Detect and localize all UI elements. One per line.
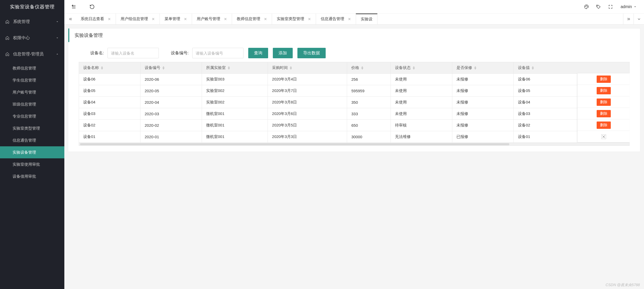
device-code-input[interactable] (192, 48, 244, 58)
add-button[interactable]: 添加 (273, 48, 293, 58)
column-header[interactable]: 所属实验室 (202, 62, 268, 74)
tab[interactable]: 系统日志查看✕ (76, 14, 116, 24)
tab-label: 系统日志查看 (81, 16, 104, 21)
sort-icon[interactable] (532, 66, 534, 70)
sort-icon[interactable] (361, 66, 363, 70)
svg-point-3 (597, 5, 598, 6)
column-header[interactable]: 采购时间 (268, 62, 347, 74)
column-label: 价格 (351, 65, 359, 70)
column-label: 所属实验室 (206, 65, 226, 70)
tab[interactable]: 实验室类型管理✕ (272, 14, 316, 24)
tab[interactable]: 用户组信息管理✕ (116, 14, 160, 24)
export-button[interactable]: 导出数据 (297, 48, 326, 58)
app-root: 实验室设备仪器管理 系统管理 权限中心 信息管理-管理员 教师信息管理学生信息管… (0, 0, 644, 289)
fixed-cell: 删除 (578, 73, 630, 85)
tab[interactable]: 菜单管理✕ (160, 14, 192, 24)
delete-button[interactable]: 删除 (597, 76, 611, 83)
sidebar-group-perm[interactable]: 权限中心 (0, 30, 64, 46)
fullscreen-button[interactable] (605, 2, 616, 12)
refresh-icon (89, 4, 95, 9)
tabs-dropdown[interactable] (634, 14, 644, 24)
tab-close-icon[interactable]: ✕ (184, 17, 187, 21)
sidebar-item[interactable]: 信息通告管理 (0, 134, 64, 146)
table-cell: 2020-05 (140, 85, 202, 97)
column-header[interactable]: 设备描 (514, 62, 630, 74)
sidebar-item[interactable]: 专业信息管理 (0, 110, 64, 122)
tab[interactable]: 实验设 (356, 14, 377, 24)
sidebar-item[interactable]: 学生信息管理 (0, 74, 64, 86)
sidebar-group-system[interactable]: 系统管理 (0, 14, 64, 30)
device-name-label: 设备名: (79, 50, 108, 56)
tab-close-icon[interactable]: ✕ (152, 17, 155, 21)
table-row: 设备022020-02微机室0012020年3月5日650待审核未报修设备02 (79, 120, 630, 131)
refresh-button[interactable] (87, 2, 97, 12)
sidebar-item[interactable]: 设备借用审批 (0, 170, 64, 182)
table-cell: 未使用 (391, 85, 452, 97)
table-cell: 设备05 (79, 85, 140, 97)
sidebar-item[interactable]: 实验设备管理 (0, 146, 64, 158)
device-name-input[interactable] (108, 48, 159, 58)
table-cell: 350 (347, 97, 391, 108)
delete-button[interactable]: 删除 (597, 99, 611, 106)
sort-icon[interactable] (162, 66, 165, 70)
delete-button[interactable]: 删除 (597, 110, 611, 117)
sidebar-item[interactable]: 教师信息管理 (0, 62, 64, 74)
table-cell: 595959 (347, 85, 391, 97)
tab[interactable]: 用户账号管理✕ (192, 14, 232, 24)
home-icon (5, 20, 9, 24)
column-header[interactable]: 设备状态 (391, 62, 452, 74)
query-button[interactable]: 查询 (248, 48, 268, 58)
tab-close-icon[interactable]: ✕ (308, 17, 311, 21)
table-cell: 实验室002 (202, 85, 268, 97)
user-menu[interactable]: admin (617, 4, 640, 9)
sidebar-group-info[interactable]: 信息管理-管理员 (0, 46, 64, 62)
table-cell: 未使用 (391, 97, 452, 108)
collapse-sidebar-button[interactable] (69, 2, 79, 12)
table-cell: 无法维修 (391, 131, 452, 143)
table-cell: 2020-02 (140, 120, 202, 131)
page-title: 实验设备管理 (68, 28, 640, 42)
table-cell: 2020年3月6日 (268, 108, 347, 120)
sidebar-item[interactable]: 实验室类型管理 (0, 122, 64, 134)
table-cell: 未报修 (452, 85, 514, 97)
column-label: 设备描 (518, 65, 530, 70)
table-cell: 微机室001 (202, 120, 268, 131)
sort-icon[interactable] (228, 66, 230, 70)
sort-icon[interactable] (290, 66, 292, 70)
column-header[interactable]: 是否保修 (452, 62, 514, 74)
tabs-scroll-left[interactable] (65, 14, 76, 24)
column-header[interactable]: 设备名称 (79, 62, 140, 74)
sort-icon[interactable] (474, 66, 476, 70)
sidebar-item[interactable]: 用户账号管理 (0, 86, 64, 98)
table-cell: 未报修 (452, 108, 514, 120)
broken-image-icon (601, 134, 606, 139)
tab-close-icon[interactable]: ✕ (264, 17, 267, 21)
table-wrap: 设备名称设备编号所属实验室采购时间价格设备状态是否保修设备描 设备062020-… (79, 62, 630, 146)
tab-close-icon[interactable]: ✕ (348, 17, 351, 21)
theme-button[interactable] (581, 2, 592, 12)
content: 实验设备管理 设备名: 设备编号: 查询 添加 导出数据 (64, 25, 644, 289)
sort-icon[interactable] (413, 66, 415, 70)
tabs-scroll-right[interactable] (623, 14, 634, 24)
column-label: 设备编号 (145, 65, 160, 70)
tab-close-icon[interactable]: ✕ (108, 17, 111, 21)
tab-label: 用户账号管理 (197, 16, 220, 21)
menu-fold-icon (71, 4, 76, 9)
column-header[interactable]: 设备编号 (140, 62, 202, 74)
note-button[interactable] (593, 2, 604, 12)
sidebar-item[interactable]: 班级信息管理 (0, 98, 64, 110)
scrollbar-thumb[interactable] (80, 143, 509, 145)
delete-button[interactable]: 删除 (597, 87, 611, 94)
tab-label: 实验室类型管理 (277, 16, 304, 21)
tab[interactable]: 教师信息管理✕ (232, 14, 272, 24)
table-cell: 2020-06 (140, 74, 202, 85)
table-horizontal-scrollbar[interactable] (79, 143, 630, 146)
sort-icon[interactable] (101, 66, 103, 70)
delete-button[interactable]: 删除 (597, 122, 611, 129)
tab-close-icon[interactable]: ✕ (224, 17, 227, 21)
table-row: 设备052020-05实验室0022020年3月7日595959未使用未报修设备… (79, 85, 630, 97)
svg-point-2 (587, 6, 588, 7)
tab[interactable]: 信息通告管理✕ (316, 14, 356, 24)
sidebar-item[interactable]: 实验室使用审批 (0, 158, 64, 170)
column-header[interactable]: 价格 (347, 62, 391, 74)
